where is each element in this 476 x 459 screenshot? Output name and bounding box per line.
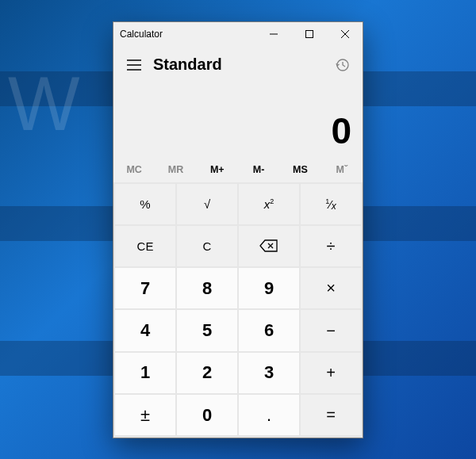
digit-2-button[interactable]: 2 xyxy=(177,353,237,393)
maximize-icon xyxy=(305,30,313,38)
digit-6-button[interactable]: 6 xyxy=(239,310,299,350)
minus-button[interactable]: − xyxy=(301,310,361,350)
hamburger-icon xyxy=(127,59,141,71)
calculator-window: Calculator Standard xyxy=(113,21,363,438)
divide-button[interactable]: ÷ xyxy=(301,226,361,266)
plus-button[interactable]: + xyxy=(301,353,361,393)
memory-clear-button[interactable]: MC xyxy=(113,157,155,182)
header: Standard xyxy=(113,46,363,84)
negate-button[interactable]: ± xyxy=(115,395,175,435)
minimize-icon xyxy=(270,30,278,38)
percent-button[interactable]: % xyxy=(115,184,175,224)
svg-rect-0 xyxy=(305,30,313,37)
window-title: Calculator xyxy=(120,29,255,40)
sqrt-button[interactable]: √ xyxy=(177,184,237,224)
window-controls xyxy=(255,22,363,46)
memory-plus-button[interactable]: M+ xyxy=(197,157,238,182)
display: 0 xyxy=(113,84,363,157)
maximize-button[interactable] xyxy=(291,22,327,46)
digit-5-button[interactable]: 5 xyxy=(177,310,237,350)
history-icon xyxy=(335,58,349,72)
digit-9-button[interactable]: 9 xyxy=(239,268,299,308)
history-button[interactable] xyxy=(326,49,358,81)
backspace-button[interactable] xyxy=(239,226,299,266)
memory-store-button[interactable]: MS xyxy=(279,157,321,182)
backspace-icon xyxy=(259,239,278,252)
digit-0-button[interactable]: 0 xyxy=(177,395,237,435)
reciprocal-button[interactable]: 1⁄x xyxy=(301,184,361,224)
multiply-button[interactable]: × xyxy=(301,268,361,308)
digit-1-button[interactable]: 1 xyxy=(115,353,175,393)
memory-recall-button[interactable]: MR xyxy=(155,157,196,182)
digit-8-button[interactable]: 8 xyxy=(177,268,237,308)
menu-button[interactable] xyxy=(118,49,150,81)
clear-button[interactable]: C xyxy=(177,226,237,266)
digit-7-button[interactable]: 7 xyxy=(115,268,175,308)
decimal-button[interactable]: . xyxy=(239,395,299,435)
mode-label: Standard xyxy=(150,55,222,74)
square-button[interactable]: x2 xyxy=(239,184,299,224)
close-button[interactable] xyxy=(327,22,363,46)
clear-entry-button[interactable]: CE xyxy=(115,226,175,266)
digit-3-button[interactable]: 3 xyxy=(239,353,299,393)
minimize-button[interactable] xyxy=(255,22,291,46)
equals-button[interactable]: = xyxy=(301,395,361,435)
memory-minus-button[interactable]: M- xyxy=(238,157,279,182)
memory-row: MC MR M+ M- MS Mˇ xyxy=(113,157,363,182)
digit-4-button[interactable]: 4 xyxy=(115,310,175,350)
titlebar: Calculator xyxy=(113,22,363,46)
memory-list-button[interactable]: Mˇ xyxy=(321,157,363,182)
keypad: % √ x2 1⁄x CE C ÷ 7 8 9 × 4 5 6 − 1 2 3 … xyxy=(113,182,363,438)
close-icon xyxy=(341,30,349,38)
